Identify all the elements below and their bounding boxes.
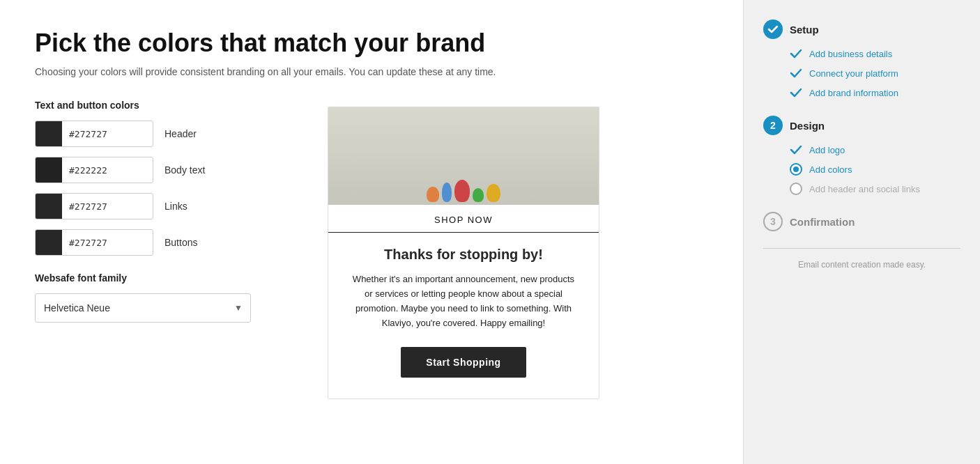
sidebar-item-brand-info[interactable]: Add brand information: [763, 86, 960, 99]
sidebar-item-add-logo[interactable]: Add logo: [763, 144, 960, 156]
color-rows-container: #272727 Header #222222 Body text #272727…: [35, 121, 300, 256]
sidebar-item-add-header-social[interactable]: Add header and social links: [763, 183, 960, 195]
preview-image-toys: [328, 107, 599, 205]
color-swatch-box-2[interactable]: #272727: [35, 193, 153, 219]
toy-shapes: [427, 180, 500, 205]
color-row-1: #222222 Body text: [35, 157, 300, 183]
sidebar-item-label-add-header-social: Add header and social links: [809, 184, 920, 194]
sidebar-section-confirmation: 3Confirmation: [763, 212, 960, 231]
sidebar-item-label-add-colors: Add colors: [809, 164, 852, 175]
sidebar-item-label-connect-platform: Connect your platform: [809, 68, 898, 79]
preview-heading: Thanks for stopping by!: [349, 247, 578, 263]
color-row-0: #272727 Header: [35, 121, 300, 147]
page-subtitle: Choosing your colors will provide consis…: [35, 66, 708, 77]
sidebar-section-setup: Setup Add business details Connect your …: [763, 20, 960, 99]
color-swatch-box-1[interactable]: #222222: [35, 157, 153, 183]
colors-section-label: Text and button colors: [35, 100, 300, 111]
section-title-setup: Setup: [790, 24, 819, 36]
color-swatch-box-0[interactable]: #272727: [35, 121, 153, 147]
checkmark-icon: [767, 24, 779, 35]
sidebar-sections-container: Setup Add business details Connect your …: [763, 20, 960, 231]
step-circle-confirmation: 3: [763, 212, 783, 231]
preview-text: Whether it's an important announcement, …: [349, 272, 578, 330]
sidebar-section-header-confirmation: 3Confirmation: [763, 212, 960, 231]
left-form: Text and button colors #272727 Header #2…: [35, 100, 300, 323]
preview-image: [328, 107, 599, 205]
color-hex-1: #222222: [62, 165, 107, 176]
sidebar-section-design: 2Design Add logoAdd colorsAdd header and…: [763, 116, 960, 195]
color-hex-3: #272727: [62, 238, 107, 248]
radio-empty-icon: [790, 183, 802, 195]
main-content: Pick the colors that match your brand Ch…: [0, 0, 743, 464]
color-row-3: #272727 Buttons: [35, 229, 300, 256]
shop-now-bar: SHOP NOW: [328, 205, 599, 233]
radio-active-icon: [790, 163, 802, 176]
sidebar-item-business-details[interactable]: Add business details: [763, 47, 960, 60]
sidebar: Setup Add business details Connect your …: [743, 0, 980, 464]
color-swatch-3: [36, 229, 62, 256]
check-icon: [790, 67, 802, 79]
sidebar-item-label-brand-info: Add brand information: [809, 88, 898, 98]
font-select-wrapper: Helvetica NeueArialGeorgiaTimes New Roma…: [35, 293, 251, 323]
sidebar-item-add-colors[interactable]: Add colors: [763, 163, 960, 176]
start-shopping-button[interactable]: Start Shopping: [401, 347, 526, 378]
font-section: Websafe font family Helvetica NeueArialG…: [35, 272, 300, 323]
preview-card: SHOP NOW Thanks for stopping by! Whether…: [328, 107, 599, 399]
color-label-3: Buttons: [164, 237, 197, 248]
page-title: Pick the colors that match your brand: [35, 28, 708, 58]
section-title-design: Design: [790, 120, 825, 132]
color-row-2: #272727 Links: [35, 193, 300, 219]
preview-panel: SHOP NOW Thanks for stopping by! Whether…: [328, 107, 606, 399]
color-label-0: Header: [164, 128, 197, 139]
section-title-confirmation: Confirmation: [790, 216, 855, 228]
color-label-1: Body text: [164, 164, 205, 176]
color-swatch-box-3[interactable]: #272727: [35, 229, 153, 256]
sidebar-divider: [763, 248, 960, 249]
sidebar-item-connect-platform[interactable]: Connect your platform: [763, 67, 960, 79]
content-area: Text and button colors #272727 Header #2…: [35, 100, 708, 399]
color-label-2: Links: [164, 201, 187, 212]
sidebar-section-header-setup: Setup: [763, 20, 960, 39]
font-select[interactable]: Helvetica NeueArialGeorgiaTimes New Roma…: [35, 293, 251, 323]
step-circle-design: 2: [763, 116, 783, 135]
sidebar-bottom-text: Email content creation made easy.: [763, 260, 960, 270]
step-circle-setup: [763, 20, 783, 39]
font-section-label: Websafe font family: [35, 272, 300, 284]
sidebar-section-header-design: 2Design: [763, 116, 960, 135]
color-swatch-2: [36, 193, 62, 219]
check-icon: [790, 47, 802, 60]
color-hex-0: #272727: [62, 129, 107, 139]
color-swatch-0: [36, 121, 62, 147]
color-swatch-1: [36, 157, 62, 183]
check-icon: [790, 86, 802, 99]
color-hex-2: #272727: [62, 201, 107, 212]
check-icon: [790, 144, 802, 156]
sidebar-item-label-add-logo: Add logo: [809, 145, 845, 155]
sidebar-item-label-business-details: Add business details: [809, 49, 892, 59]
preview-body: Thanks for stopping by! Whether it's an …: [328, 233, 599, 399]
